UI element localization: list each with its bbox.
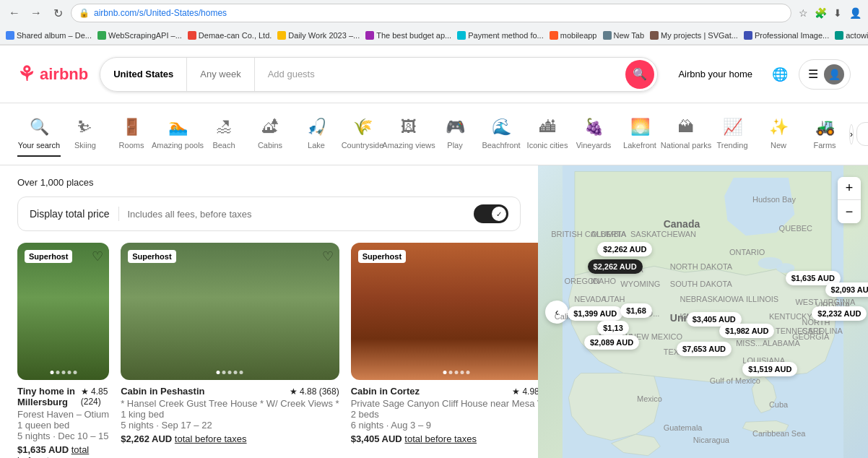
listing-card[interactable]: Superhost♡ Cabin in Peshastin ★ 4.88 (36… (121, 243, 339, 458)
listing-subtitle: * Hansel Creek Gust Tree House * W/ Cree… (121, 398, 339, 409)
refresh-button[interactable]: ↻ (49, 4, 66, 22)
category-label: Cabins (258, 141, 282, 150)
bookmark-label: New Tab (614, 31, 645, 40)
listing-price: $3,405 AUD total before taxes (351, 433, 538, 444)
browser-actions: ☆ 🧩 ⬇ 👤 (796, 6, 862, 20)
map-price-pin[interactable]: $1,68 (620, 303, 652, 318)
forward-button[interactable]: → (27, 4, 45, 22)
map-price-pin[interactable]: $1,519 AUD (742, 362, 797, 376)
listing-card[interactable]: Superhost♡ Cabin in Cortez ★ 4.98 (247) … (351, 243, 538, 458)
map-price-pin[interactable]: $2,232 AUD (812, 306, 867, 321)
map-zoom-controls: + − (838, 177, 861, 223)
map-nav-left-button[interactable]: ‹ (545, 301, 568, 324)
category-scroll-right[interactable]: › (849, 124, 854, 144)
bookmark-item[interactable]: Shared album – De... (6, 31, 92, 40)
map-price-pin[interactable]: $2,262 AUD (597, 242, 652, 256)
carousel-dot (50, 371, 53, 374)
listing-card[interactable]: Superhost♡ Tiny home in Millersburg ★ 4.… (17, 243, 109, 458)
zoom-in-button[interactable]: + (838, 177, 861, 200)
bookmark-item[interactable]: New Tab (603, 31, 645, 40)
bookmark-item[interactable]: Payment method fo... (457, 31, 544, 40)
language-button[interactable]: 🌐 (767, 61, 793, 87)
host-link[interactable]: Airbnb your home (669, 63, 761, 85)
category-icon: 🖼 (401, 118, 417, 137)
category-label: Beach (212, 141, 235, 150)
price-suffix-link[interactable]: total before taxes (175, 433, 247, 444)
browser-toolbar: ← → ↻ 🔒 airbnb.com/s/United-States/homes… (0, 0, 868, 26)
listing-image: Superhost♡ (121, 243, 339, 380)
download-btn[interactable]: ⬇ (830, 6, 845, 20)
category-icon: 🔍 (30, 118, 49, 137)
header-right: Airbnb your home 🌐 ☰ 👤 (669, 59, 851, 90)
search-submit-button[interactable]: 🔍 (625, 60, 654, 89)
bookmark-favicon (835, 31, 843, 40)
bookmarks-bar: Shared album – De...WebScrapingAPI –...D… (0, 26, 868, 45)
category-item-vineyards[interactable]: 🍇 Vineyards (572, 112, 615, 157)
price-suffix-link[interactable]: total before taxes (404, 433, 477, 444)
price-toggle-switch[interactable]: ✓ (474, 204, 508, 223)
bookmark-item[interactable]: Demae-can Co., Ltd. (188, 31, 272, 40)
map-price-pin[interactable]: $2,262 AUD (588, 259, 643, 274)
url-text: airbnb.com/s/United-States/homes (94, 8, 227, 18)
carousel-dot (67, 371, 71, 374)
guests-segment[interactable]: Add guests (255, 58, 626, 91)
category-item-amazing-pools[interactable]: 🏊 Amazing pools (156, 112, 199, 157)
wishlist-button[interactable]: ♡ (92, 249, 103, 264)
category-item-beachfront[interactable]: 🌊 Beachfront (479, 112, 523, 157)
user-menu[interactable]: ☰ 👤 (799, 59, 851, 90)
category-icon: 🏊 (168, 118, 188, 137)
map-price-pin[interactable]: $1,982 AUD (719, 324, 774, 338)
map-price-pin[interactable]: $2,093 AUD (825, 282, 868, 297)
airbnb-logo-icon: ⚘ (17, 62, 35, 86)
carousel-dot (222, 371, 226, 374)
carousel-dot (454, 371, 458, 374)
bookmark-item[interactable]: actowiz8080 (835, 31, 868, 40)
category-item-skiing[interactable]: ⛷ Skiing (64, 112, 107, 157)
profile-btn[interactable]: 👤 (848, 6, 862, 20)
category-icon: 🚪 (122, 118, 142, 137)
filters-button[interactable]: ⚙Filters (856, 122, 868, 146)
bookmark-item[interactable]: The best budget ap... (365, 31, 451, 40)
category-item-amazing-views[interactable]: 🖼 Amazing views (387, 112, 430, 157)
category-item-lakefront[interactable]: 🌅 Lakefront (618, 112, 661, 157)
bookmark-star[interactable]: ☆ (796, 6, 810, 20)
category-item-beach[interactable]: 🏖 Beach (202, 112, 246, 157)
superhost-badge: Superhost (25, 250, 72, 263)
back-button[interactable]: ← (6, 4, 23, 22)
map-price-pin[interactable]: $1,13 (597, 321, 629, 335)
listing-subtitle: Forest Haven – Otium (17, 409, 109, 420)
category-icon: ✨ (769, 118, 789, 137)
bookmark-item[interactable]: WebScrapingAPI –... (97, 31, 182, 40)
bookmark-item[interactable]: Daily Work 2023 –... (277, 31, 360, 40)
extensions-btn[interactable]: 🧩 (813, 6, 828, 20)
map-price-pin[interactable]: $7,653 AUD (677, 342, 732, 356)
category-item-your-search[interactable]: 🔍 Your search (17, 112, 61, 157)
category-item-countryside[interactable]: 🌾 Countryside (341, 112, 384, 157)
carousel-dot (234, 371, 238, 374)
carousel-dot (466, 371, 469, 374)
map-price-pin[interactable]: $2,089 AUD (584, 335, 639, 350)
price-toggle-desc: Includes all fees, before taxes (128, 209, 466, 220)
address-bar[interactable]: 🔒 airbnb.com/s/United-States/homes (71, 4, 791, 22)
category-item-cabins[interactable]: 🏕 Cabins (248, 112, 292, 157)
bookmark-item[interactable]: Professional Image... (744, 31, 829, 40)
map-price-pin[interactable]: $1,399 AUD (568, 306, 622, 321)
category-item-play[interactable]: 🎮 Play (433, 112, 477, 157)
category-item-rooms[interactable]: 🚪 Rooms (110, 112, 153, 157)
wishlist-button[interactable]: ♡ (322, 249, 334, 264)
bookmark-item[interactable]: My projects | SVGat... (650, 31, 738, 40)
bookmark-item[interactable]: mobileapp (550, 31, 597, 40)
location-segment[interactable]: United States (100, 58, 187, 91)
main-content: Over 1,000 places Display total price In… (0, 165, 868, 458)
zoom-out-button[interactable]: − (838, 200, 861, 223)
category-item-farms[interactable]: 🚜 Farms (803, 112, 846, 157)
airbnb-logo[interactable]: ⚘ airbnb (17, 62, 88, 86)
category-item-trending[interactable]: 📈 Trending (711, 112, 754, 157)
category-icon: 📈 (723, 118, 742, 137)
category-item-new[interactable]: ✨ New (757, 112, 800, 157)
category-item-national-parks[interactable]: 🏔 National parks (664, 112, 708, 157)
category-item-iconic-cities[interactable]: 🏙 Iconic cities (526, 112, 569, 157)
dates-text: Any week (200, 69, 240, 79)
dates-segment[interactable]: Any week (187, 58, 254, 91)
category-item-lake[interactable]: 🎣 Lake (295, 112, 338, 157)
